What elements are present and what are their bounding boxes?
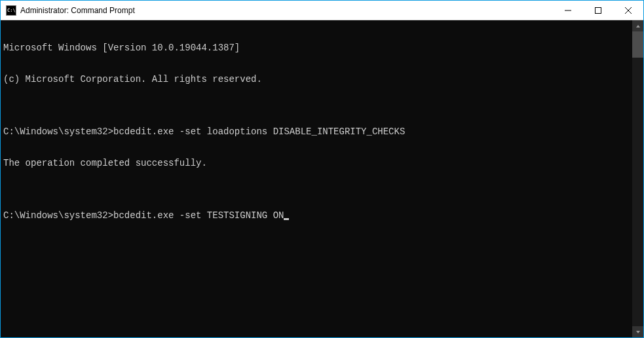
terminal-current-line: C:\Windows\system32>bcdedit.exe -set TES…: [3, 210, 632, 221]
scrollbar-thumb[interactable]: [632, 31, 643, 58]
vertical-scrollbar[interactable]: [632, 20, 643, 337]
scrollbar-track[interactable]: [632, 31, 643, 326]
terminal-line: C:\Windows\system32>bcdedit.exe -set loa…: [3, 126, 632, 137]
cursor: [284, 218, 289, 220]
minimize-button[interactable]: [553, 1, 583, 20]
terminal-line: Microsoft Windows [Version 10.0.19044.13…: [3, 43, 632, 53]
terminal-output[interactable]: Microsoft Windows [Version 10.0.19044.13…: [1, 20, 632, 337]
scroll-down-arrow-icon[interactable]: [632, 326, 643, 337]
terminal-line: The operation completed successfully.: [3, 158, 632, 168]
svg-rect-4: [596, 7, 601, 13]
close-button[interactable]: [613, 1, 643, 20]
command-prompt-window: C:\ Administrator: Command Prompt Micros…: [0, 0, 644, 338]
maximize-button[interactable]: [583, 1, 613, 20]
scroll-up-arrow-icon[interactable]: [632, 20, 643, 31]
terminal-line: (c) Microsoft Corporation. All rights re…: [3, 74, 632, 84]
titlebar[interactable]: C:\ Administrator: Command Prompt: [1, 1, 643, 20]
window-title: Administrator: Command Prompt: [20, 6, 553, 15]
window-controls: [553, 1, 643, 20]
svg-text:C:\: C:\: [7, 8, 16, 13]
terminal-text: C:\Windows\system32>bcdedit.exe -set TES…: [3, 210, 284, 221]
cmd-icon: C:\: [6, 5, 16, 16]
content-area: Microsoft Windows [Version 10.0.19044.13…: [1, 20, 643, 337]
